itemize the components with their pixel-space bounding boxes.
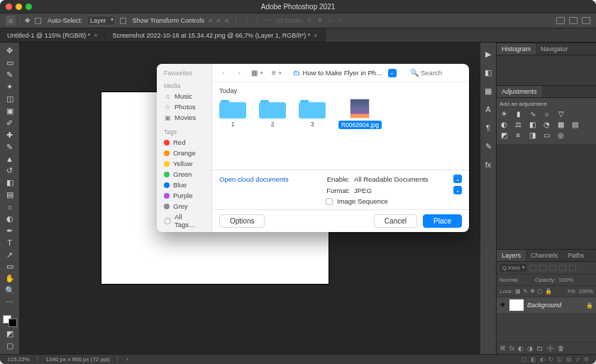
histogram-tab[interactable]: Histogram — [497, 43, 536, 55]
sidebar-all-tags[interactable]: ◯All Tags… — [157, 211, 211, 230]
wand-tool[interactable]: ✦ — [2, 82, 18, 93]
align-icon[interactable]: ≡ — [225, 17, 228, 24]
sidebar-tag-orange[interactable]: Orange — [157, 148, 211, 158]
forward-button[interactable]: › — [233, 67, 245, 79]
file-item-folder[interactable]: 1 — [219, 99, 246, 129]
lock-icon[interactable]: 🔒 — [586, 302, 593, 309]
bw-icon[interactable]: ◧ — [528, 120, 537, 128]
sidebar-tag-green[interactable]: Green — [157, 169, 211, 180]
filter-pixel-icon[interactable] — [529, 265, 536, 271]
icon-view-button[interactable]: ▦ — [249, 69, 265, 77]
status-icon[interactable]: ▢ — [522, 356, 527, 363]
new-group-icon[interactable]: 🗀 — [536, 345, 543, 352]
play-icon[interactable]: ▶ — [482, 48, 494, 60]
sidebar-tag-grey[interactable]: Grey — [157, 201, 211, 211]
healing-tool[interactable]: ✚ — [2, 129, 18, 140]
align-icon[interactable]: ≡ — [216, 17, 220, 24]
styles-panel-icon[interactable]: fx — [482, 159, 494, 170]
close-tab-icon[interactable]: × — [94, 32, 97, 39]
chevron-updown-icon[interactable]: ⌄ — [453, 186, 462, 194]
screen-mode-icon[interactable]: ▢ — [2, 340, 18, 351]
selective-color-icon[interactable]: ◎ — [556, 131, 565, 139]
layer-mask-icon[interactable]: ◐ — [518, 345, 524, 352]
new-adjustment-icon[interactable]: ◑ — [527, 345, 533, 352]
gradient-map-icon[interactable]: ▭ — [542, 131, 551, 139]
sidebar-tag-yellow[interactable]: Yellow — [157, 158, 211, 169]
adjustments-tab[interactable]: Adjustments — [497, 86, 542, 97]
layer-thumbnail[interactable] — [509, 299, 524, 311]
move-tool[interactable]: ✥ — [2, 45, 18, 57]
layers-tab[interactable]: Layers — [497, 250, 526, 261]
zoom-tool[interactable]: 🔍 — [2, 285, 18, 297]
history-brush-tool[interactable]: ↺ — [2, 165, 18, 177]
back-button[interactable]: ‹ — [218, 67, 229, 79]
lock-transparent-icon[interactable]: ▦ — [515, 288, 521, 294]
show-transform-checkbox[interactable] — [120, 18, 126, 24]
distribute-icon[interactable]: ⋮ — [233, 17, 239, 24]
paths-tab[interactable]: Paths — [563, 250, 589, 261]
hand-tool[interactable]: ✋ — [2, 273, 18, 285]
status-icon[interactable]: ◧ — [531, 356, 536, 363]
dodge-tool[interactable]: ◐ — [2, 213, 18, 224]
brightness-contrast-icon[interactable]: ☀ — [500, 109, 509, 118]
search-field[interactable]: 🔍 — [410, 69, 463, 77]
chevron-right-icon[interactable]: › — [126, 356, 128, 363]
status-icon[interactable]: ↻ — [548, 356, 553, 363]
lock-artboard-icon[interactable]: ▢ — [537, 288, 543, 294]
lock-position-icon[interactable]: ✥ — [530, 288, 535, 294]
link-layers-icon[interactable]: ⌘ — [500, 345, 506, 352]
auto-select-checkbox[interactable] — [35, 18, 41, 24]
cancel-button[interactable]: Cancel — [374, 214, 417, 228]
pen-tool[interactable]: ✒ — [2, 225, 18, 236]
brush-tool[interactable]: ✎ — [2, 141, 18, 153]
file-item-folder[interactable]: 3 — [299, 99, 326, 129]
file-item-folder[interactable]: 2 — [259, 99, 286, 129]
opacity-value[interactable]: 100% — [558, 277, 573, 283]
sidebar-item-photos[interactable]: ☆Photos — [157, 101, 211, 112]
options-button[interactable]: Options — [219, 214, 265, 228]
navigator-tab[interactable]: Navigator — [536, 43, 573, 55]
curves-icon[interactable]: ∿ — [528, 109, 537, 118]
brush-panel-icon[interactable]: ✎ — [482, 140, 494, 152]
path-tool[interactable]: ↗ — [2, 249, 18, 260]
filter-adjust-icon[interactable] — [539, 265, 546, 271]
blend-mode-dropdown[interactable]: Normal — [500, 277, 532, 283]
stamp-tool[interactable]: ▲ — [2, 153, 18, 165]
delete-layer-icon[interactable]: 🗑 — [558, 345, 564, 352]
character-panel-icon[interactable]: A — [482, 104, 494, 115]
eyedropper-tool[interactable]: ✐ — [2, 117, 18, 128]
new-layer-icon[interactable]: ➕ — [546, 345, 554, 352]
distribute-icon[interactable]: ⋮ — [254, 17, 260, 24]
distribute-icon[interactable]: ⋮ — [243, 17, 250, 24]
status-icon[interactable]: ◐ — [540, 356, 545, 363]
format-dropdown[interactable]: JPEG — [354, 187, 449, 194]
gradient-tool[interactable]: ▤ — [2, 189, 18, 201]
filter-type-icon[interactable] — [549, 265, 556, 271]
shape-tool[interactable]: ▭ — [2, 261, 18, 272]
layer-filter-dropdown[interactable]: Q Kind — [500, 264, 526, 272]
layer-style-icon[interactable]: fx — [509, 345, 514, 352]
home-icon[interactable]: ⌂ — [6, 16, 16, 26]
lock-image-icon[interactable]: ✎ — [523, 288, 528, 294]
fill-value[interactable]: 100% — [579, 288, 593, 294]
sidebar-item-movies[interactable]: ▣Movies — [157, 112, 211, 123]
threshold-icon[interactable]: ◨ — [528, 131, 537, 139]
layer-name[interactable]: Background — [527, 302, 561, 309]
blur-tool[interactable]: ○ — [2, 202, 18, 213]
enable-dropdown[interactable]: All Readable Documents — [354, 175, 449, 183]
channel-mixer-icon[interactable]: ▦ — [556, 120, 565, 128]
close-tab-icon[interactable]: × — [314, 32, 317, 39]
lookup-icon[interactable]: ▤ — [570, 120, 580, 128]
more-options-icon[interactable]: ⋯ — [265, 17, 271, 24]
status-icon[interactable]: ▤ — [566, 356, 572, 363]
layer-row[interactable]: 👁 Background 🔒 — [497, 297, 596, 313]
auto-select-dropdown[interactable]: Layer — [87, 16, 116, 26]
chevron-updown-icon[interactable]: ⌄ — [453, 175, 462, 183]
posterize-icon[interactable]: ≡ — [514, 131, 523, 139]
share-icon[interactable] — [582, 17, 590, 24]
color-balance-icon[interactable]: ⚖ — [514, 120, 523, 128]
hue-sat-icon[interactable]: ◐ — [500, 120, 509, 128]
visibility-icon[interactable]: 👁 — [500, 302, 506, 309]
status-icon[interactable]: ⚙ — [584, 356, 589, 363]
image-sequence-checkbox[interactable] — [326, 198, 333, 205]
